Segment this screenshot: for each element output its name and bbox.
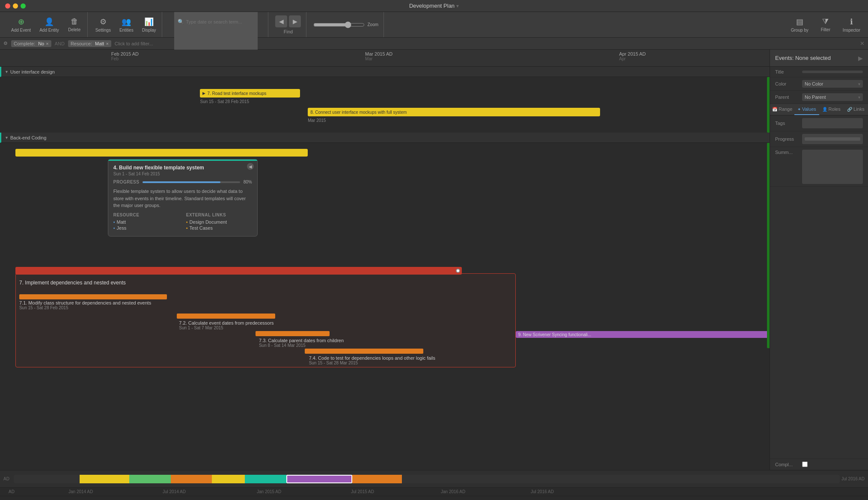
- tab-roles[interactable]: 👤 Roles: [819, 104, 844, 115]
- settings-button[interactable]: ⚙ Settings: [93, 15, 113, 34]
- tab-values-label: Values: [802, 107, 816, 112]
- nested-date-7-1: Sun 15 - Sat 28 Feb 2015: [19, 305, 512, 310]
- bottom-bar: AD Jul 2016 AD: [0, 470, 868, 487]
- search-input[interactable]: [186, 19, 254, 24]
- month-feb-sub: Feb: [108, 56, 122, 61]
- event-7-bar[interactable]: ▶ 7. Road test interface mockups: [200, 89, 300, 98]
- toolbar-right: ▤ Group by ⧩ Filter ℹ Inspector: [788, 15, 863, 34]
- panel-expand-button[interactable]: ▶: [858, 55, 863, 62]
- maximize-button[interactable]: [21, 3, 26, 9]
- popup-progress-row: PROGRESS 80%: [113, 180, 252, 184]
- popup-resources-col: RESOURCE Matt Jess: [113, 213, 179, 231]
- resource-filter-remove[interactable]: ×: [106, 41, 108, 46]
- axis-ad: AD: [9, 489, 15, 494]
- section-header-backend[interactable]: ▼ Back-end Coding: [0, 133, 770, 143]
- nested-bar-7-1[interactable]: [19, 294, 167, 299]
- panel-color-value[interactable]: No Color ▾: [802, 80, 863, 88]
- panel-parent-label: Parent: [775, 95, 799, 100]
- filter-button[interactable]: ⧩ Filter: [816, 15, 835, 34]
- nested-bar-7-3[interactable]: [256, 331, 330, 336]
- tab-links[interactable]: 🔗 Links: [844, 104, 868, 115]
- nested-bar-7-2[interactable]: [177, 314, 275, 319]
- axis-jan2015: Jan 2015 AD: [257, 489, 281, 494]
- display-button[interactable]: 📊 Display: [140, 15, 159, 34]
- inspector-button[interactable]: ℹ Inspector: [840, 15, 863, 34]
- zoom-slider[interactable]: [313, 21, 365, 28]
- find-next-button[interactable]: ▶: [289, 15, 301, 27]
- minimize-button[interactable]: [13, 3, 18, 9]
- event-8-date: Mar 2015: [308, 118, 326, 123]
- popup-resources-label: RESOURCE: [113, 213, 179, 217]
- panel-complete-row: Compl...: [770, 459, 868, 470]
- title-bar: Development Plan ▾: [0, 0, 868, 12]
- mini-seg-orange2: [352, 475, 402, 483]
- add-filter-input[interactable]: [115, 41, 856, 46]
- add-event-button[interactable]: ⊕ Add Event: [9, 15, 33, 34]
- find-prev-button[interactable]: ◀: [275, 15, 287, 27]
- panel-parent-value[interactable]: No Parent ▾: [802, 93, 863, 101]
- parent-chevron-icon: ▾: [858, 95, 860, 100]
- timeline-label-ad: AD: [3, 476, 12, 481]
- popup-close-button[interactable]: ◀: [247, 163, 254, 170]
- popup-links-label: EXTERNAL LINKS: [186, 213, 252, 217]
- axis-jul2015: Jul 2015 AD: [351, 489, 374, 494]
- panel-complete-checkbox[interactable]: [802, 462, 808, 467]
- nested-title-7-2: 7.2. Calculate event dates from predeces…: [179, 320, 511, 325]
- panel-summary-label: Summ...: [775, 150, 799, 155]
- timeline-label-jul2016: Jul 2016 AD: [841, 476, 865, 481]
- panel-color-text: No Color: [805, 81, 823, 86]
- popup-progress-track: [143, 181, 240, 183]
- nested-title-7-3: 7.3. Calculate parent dates from childre…: [259, 338, 512, 343]
- timeline-axis: AD Jan 2014 AD Jul 2014 AD Jan 2015 AD J…: [0, 487, 868, 496]
- panel-header-title: Events: None selected: [775, 55, 831, 61]
- panel-parent-field: Parent No Parent ▾: [770, 91, 868, 104]
- popup-title: 4. Build new flexible template system: [113, 165, 252, 171]
- panel-tags-field[interactable]: [802, 118, 863, 128]
- panel-title-value[interactable]: [802, 71, 863, 73]
- panel-complete-label: Compl...: [775, 462, 799, 467]
- close-button[interactable]: [5, 3, 10, 9]
- popup-columns: RESOURCE Matt Jess EXTERNAL LINKS Design…: [113, 213, 252, 231]
- group-by-button[interactable]: ▤ Group by: [788, 15, 811, 34]
- complete-filter-label: Complete:: [14, 41, 35, 46]
- delete-button[interactable]: 🗑 Delete: [65, 15, 84, 34]
- panel-summary-field[interactable]: [802, 150, 863, 184]
- popup-progress-pct: 80%: [244, 180, 252, 184]
- resource-matt: Matt: [113, 219, 179, 225]
- mini-seg-kickoff: [80, 475, 129, 483]
- resource-jess: Jess: [113, 225, 179, 231]
- section-header-ui[interactable]: ▼ User interface design: [0, 67, 770, 77]
- nested-container: 7. Implement dependencies and nested eve…: [15, 273, 516, 367]
- event-9-bar[interactable]: 9. New Scrivener Syncing functionali...: [516, 331, 770, 338]
- panel-progress-field[interactable]: [802, 134, 863, 144]
- nested-item-7-1: 7.1. Modify class structure for dependen…: [19, 288, 512, 310]
- link-test-cases[interactable]: Test Cases: [186, 225, 252, 231]
- panel-tabs: 📅 Range ✦ Values 👤 Roles 🔗 Links: [770, 104, 868, 115]
- complete-filter-remove[interactable]: ×: [46, 41, 48, 46]
- toolbar: ⊕ Add Event 👤 Add Entity 🗑 Delete ⚙ Sett…: [0, 12, 868, 38]
- resource-filter-tag[interactable]: Resource: Matt ×: [68, 40, 111, 47]
- nested-title-7-4: 7.4. Code to test for dependencies loops…: [309, 355, 512, 361]
- event-7-icon: ▶: [202, 91, 205, 95]
- panel-summary-row: Summ...: [770, 147, 868, 187]
- filter-clear-button[interactable]: ✕: [860, 40, 865, 47]
- tab-range[interactable]: 📅 Range: [770, 104, 794, 115]
- panel-color-label: Color: [775, 81, 799, 86]
- tab-values[interactable]: ✦ Values: [794, 104, 819, 115]
- event-8-bar[interactable]: 8. Connect user interface mockups with f…: [308, 108, 600, 116]
- popup-progress-fill: [143, 181, 220, 183]
- tab-roles-label: Roles: [829, 107, 841, 112]
- nested-bar-7-4[interactable]: [305, 349, 423, 354]
- window-controls[interactable]: [5, 3, 26, 9]
- complete-filter-tag[interactable]: Complete: No ×: [11, 40, 51, 47]
- group-by-label: Group by: [791, 28, 809, 33]
- tab-range-label: Range: [779, 107, 792, 112]
- month-apr-sub: Apr: [615, 56, 629, 61]
- entities-button[interactable]: 👥 Entities: [117, 15, 136, 34]
- filter-bar: ⚙ Complete: No × AND Resource: Matt × ✕: [0, 38, 868, 50]
- add-entity-button[interactable]: 👤 Add Entity: [37, 15, 62, 34]
- popup-top-bar: [108, 160, 257, 161]
- backend-section-bar[interactable]: [15, 149, 308, 157]
- timeline-mini[interactable]: [14, 475, 840, 483]
- link-design-doc[interactable]: Design Document: [186, 219, 252, 225]
